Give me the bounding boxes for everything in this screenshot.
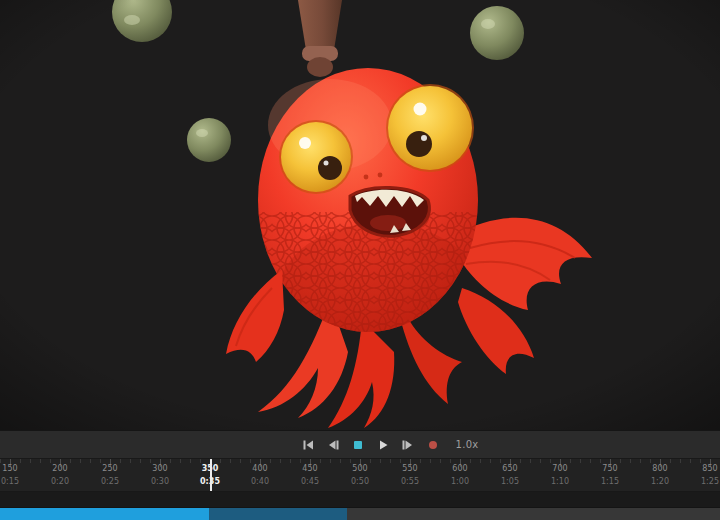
ruler-minor-tick [200,459,201,463]
ruler-time-label: 0:30 [151,477,169,486]
ruler-time-label: 1:20 [651,477,669,486]
ruler-frame-label: 650 [502,464,517,473]
ruler-minor-tick [500,459,501,463]
ruler-time-label: 1:25 [701,477,719,486]
vignette-overlay [0,0,720,430]
ruler-minor-tick [490,459,491,463]
step-back-button[interactable] [322,435,344,455]
ruler-time-label: 1:05 [501,477,519,486]
ruler-minor-tick [100,459,101,463]
ruler-minor-tick [420,459,421,463]
progress-played [0,508,209,520]
ruler-frame-label: 300 [152,464,167,473]
record-icon [427,439,439,451]
ruler-frame-label: 600 [452,464,467,473]
step-back-icon [327,439,339,451]
stop-button[interactable] [347,435,369,455]
ruler-minor-tick [150,459,151,463]
ruler-minor-tick [590,459,591,463]
ruler-time-label: 1:10 [551,477,569,486]
ruler-time-label: 0:55 [401,477,419,486]
animation-canvas[interactable] [0,0,720,430]
timeline-ruler[interactable]: 1500:152000:202500:253000:303500:354000:… [0,458,720,492]
ruler-minor-tick [430,459,431,463]
ruler-minor-tick [190,459,191,463]
ruler-minor-tick [80,459,81,463]
ruler-frame-label: 400 [252,464,267,473]
ruler-minor-tick [620,459,621,463]
ruler-minor-tick [390,459,391,463]
timeline-scrollbar[interactable] [0,508,720,520]
ruler-minor-tick [180,459,181,463]
ruler-minor-tick [0,459,1,463]
step-forward-button[interactable] [397,435,419,455]
ruler-minor-tick [370,459,371,463]
ruler-time-label: 0:25 [101,477,119,486]
ruler-minor-tick [700,459,701,463]
ruler-minor-tick [280,459,281,463]
ruler-minor-tick [140,459,141,463]
ruler-frame-label: 850 [702,464,717,473]
ruler-minor-tick [580,459,581,463]
ruler-minor-tick [300,459,301,463]
ruler-minor-tick [400,459,401,463]
ruler-frame-label: 450 [302,464,317,473]
ruler-minor-tick [540,459,541,463]
ruler-minor-tick [220,459,221,463]
ruler-frame-label: 750 [602,464,617,473]
ruler-frame-label: 500 [352,464,367,473]
ruler-minor-tick [270,459,271,463]
app-window: 1.0x 1500:152000:202500:253000:303500:35… [0,0,720,520]
stop-icon [352,439,364,451]
ruler-minor-tick [530,459,531,463]
ruler-frame-label: 200 [52,464,67,473]
play-button[interactable] [372,435,394,455]
ruler-minor-tick [320,459,321,463]
ruler-minor-tick [670,459,671,463]
ruler-minor-tick [250,459,251,463]
ruler-minor-tick [230,459,231,463]
timeline-track-area[interactable] [0,492,720,508]
ruler-minor-tick [20,459,21,463]
ruler-frame-label: 250 [102,464,117,473]
playback-speed[interactable]: 1.0x [455,439,478,450]
ruler-time-label: 1:15 [601,477,619,486]
ruler-minor-tick [290,459,291,463]
ruler-minor-tick [630,459,631,463]
transport-bar: 1.0x [0,430,720,458]
ruler-minor-tick [690,459,691,463]
ruler-time-label: 0:45 [301,477,319,486]
play-icon [377,439,389,451]
ruler-minor-tick [340,459,341,463]
ruler-minor-tick [30,459,31,463]
ruler-minor-tick [600,459,601,463]
ruler-minor-tick [50,459,51,463]
step-forward-icon [402,439,414,451]
skip-to-start-button[interactable] [297,435,319,455]
ruler-minor-tick [70,459,71,463]
playhead[interactable] [210,459,212,491]
record-button[interactable] [422,435,444,455]
ruler-minor-tick [470,459,471,463]
ruler-minor-tick [650,459,651,463]
ruler-minor-tick [170,459,171,463]
ruler-minor-tick [330,459,331,463]
ruler-time-label: 1:00 [451,477,469,486]
ruler-minor-tick [130,459,131,463]
ruler-time-label: 0:15 [1,477,19,486]
ruler-minor-tick [680,459,681,463]
canvas-artwork [0,0,720,430]
ruler-minor-tick [440,459,441,463]
ruler-minor-tick [520,459,521,463]
ruler-frame-label: 150 [2,464,17,473]
ruler-minor-tick [550,459,551,463]
skip-to-start-icon [302,439,314,451]
ruler-time-label: 0:20 [51,477,69,486]
ruler-minor-tick [90,459,91,463]
ruler-minor-tick [380,459,381,463]
ruler-minor-tick [240,459,241,463]
progress-buffered [209,508,347,520]
ruler-frame-label: 550 [402,464,417,473]
ruler-time-label: 0:40 [251,477,269,486]
ruler-minor-tick [570,459,571,463]
